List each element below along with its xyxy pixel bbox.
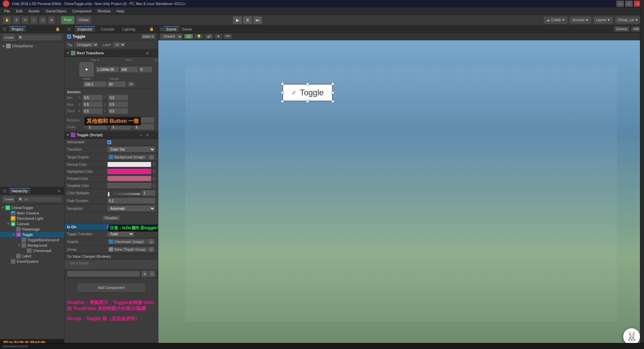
- normal-color-swatch[interactable]: [107, 162, 151, 167]
- posx-input[interactable]: [96, 66, 119, 72]
- toggle-script-options-button[interactable]: ⋯: [151, 132, 156, 138]
- menu-window[interactable]: Window: [95, 8, 113, 14]
- step-button[interactable]: ⏭: [253, 16, 262, 24]
- toggle-script-edit-button[interactable]: ✏: [139, 132, 144, 138]
- pivot-y-input[interactable]: [108, 108, 128, 114]
- hierarchy-item-toggle[interactable]: ▼ ☑ Toggle: [0, 232, 64, 237]
- handle-bl[interactable]: [281, 100, 284, 103]
- toggle-box[interactable]: ✓ Toggle: [282, 84, 333, 101]
- target-graphic-field[interactable]: Background (Image) ⊙: [107, 154, 155, 160]
- tab-lighting[interactable]: Lighting: [120, 26, 138, 32]
- handle-br[interactable]: [331, 100, 334, 103]
- rect-transform-settings-button[interactable]: ⚙: [145, 50, 150, 56]
- project-item-chinardemo[interactable]: ▶ ChinarDemo: [0, 43, 64, 49]
- max-y-input[interactable]: [108, 101, 128, 107]
- account-button[interactable]: Account ▼: [569, 16, 592, 24]
- graphic-select-button[interactable]: ⊙: [149, 239, 154, 244]
- play-button[interactable]: ▶: [233, 16, 242, 24]
- group-select-button[interactable]: ⊙: [149, 247, 154, 252]
- collab-button[interactable]: ☁ Collab ▼: [543, 16, 568, 24]
- tab-hierarchy[interactable]: Hierarchy: [9, 188, 30, 194]
- layer-dropdown[interactable]: UI: [112, 42, 126, 48]
- list-remove-button[interactable]: −: [149, 270, 155, 277]
- min-x-input[interactable]: [83, 95, 103, 101]
- tab-console[interactable]: Console: [98, 26, 117, 32]
- scene-light-button[interactable]: 💡: [195, 34, 203, 39]
- hierarchy-item-background[interactable]: ▼ Background ←: [0, 243, 64, 248]
- maximize-button[interactable]: □: [625, 1, 633, 7]
- target-graphic-select-button[interactable]: ⊙: [149, 155, 154, 159]
- tab-project[interactable]: Project: [9, 26, 26, 32]
- interactable-checkbox[interactable]: [107, 140, 111, 144]
- scene-fx-button[interactable]: ✦: [215, 34, 222, 39]
- normal-color-edit-button[interactable]: ✎: [153, 163, 155, 166]
- handle-rc[interactable]: [331, 91, 334, 94]
- group-field[interactable]: None (Toggle Group) ⊙: [107, 246, 155, 252]
- rect-transform-section-header[interactable]: ▼ Rect Transform ⚙ ⋯: [64, 49, 158, 57]
- graphic-field[interactable]: Checkmark (Image) ⊙: [107, 239, 155, 245]
- scene-audio-button[interactable]: 🔊: [205, 34, 213, 39]
- handle-tl[interactable]: [281, 83, 284, 85]
- transform-rotate-button[interactable]: ↺: [21, 16, 29, 24]
- hierarchy-item-eventsystem[interactable]: EventSystem: [0, 259, 64, 264]
- fade-duration-input[interactable]: [107, 198, 155, 204]
- project-create-button[interactable]: Create: [2, 34, 16, 42]
- hierarchy-item-rawimage[interactable]: RawImage: [0, 227, 64, 232]
- toggle-script-section-header[interactable]: ▼ Toggle (Script) ✏ ⚙ ⋯: [64, 131, 158, 139]
- transition-dropdown[interactable]: Color Tint: [107, 146, 155, 152]
- toggle-transition-dropdown[interactable]: Fade: [107, 231, 134, 237]
- disabled-color-edit-button[interactable]: ✎: [153, 184, 155, 188]
- pause-button[interactable]: ⏸: [243, 16, 252, 24]
- menu-component[interactable]: Component: [69, 8, 94, 14]
- gameobject-active-checkbox[interactable]: [67, 35, 71, 39]
- tab-scene[interactable]: Scene: [163, 26, 179, 32]
- reset-button[interactable]: R: [128, 82, 135, 87]
- pivot-button[interactable]: Pivot: [61, 16, 74, 24]
- minimize-button[interactable]: —: [616, 1, 624, 7]
- menu-help[interactable]: Help: [114, 8, 127, 14]
- add-component-button[interactable]: Add Component: [77, 284, 145, 292]
- color-multiplier-input[interactable]: [142, 190, 155, 196]
- rect-transform-visual[interactable]: [79, 62, 94, 77]
- hierarchy-options-button[interactable]: ≡: [57, 189, 61, 193]
- width-input[interactable]: [83, 81, 107, 87]
- scene-view[interactable]: ✓ Toggle ✳ 🐰: [158, 40, 644, 349]
- min-y-input[interactable]: [108, 95, 128, 101]
- transform-hand-button[interactable]: ✋: [3, 16, 11, 24]
- menu-edit[interactable]: Edit: [13, 8, 25, 14]
- tag-dropdown[interactable]: Untagged: [74, 42, 99, 48]
- navigation-dropdown[interactable]: Automatic: [107, 205, 155, 211]
- hierarchy-item-canvas[interactable]: ▼ ▦ Canvas: [0, 221, 64, 227]
- handle-tr[interactable]: [331, 83, 334, 85]
- hierarchy-create-button[interactable]: Create: [2, 195, 16, 203]
- posz-input[interactable]: [139, 66, 152, 72]
- disabled-color-swatch[interactable]: [107, 183, 151, 188]
- hierarchy-item-main-camera[interactable]: 📷 Main Camera: [0, 210, 64, 216]
- transform-scale-button[interactable]: ⤢: [30, 16, 38, 24]
- gizmos-button[interactable]: Gizmos: [613, 26, 630, 32]
- highlighted-color-edit-button[interactable]: ✎: [153, 170, 155, 173]
- transform-move-button[interactable]: ✛: [13, 16, 20, 24]
- pivot-x-input[interactable]: [83, 108, 103, 114]
- inspector-lock-button[interactable]: 🔒: [148, 27, 155, 31]
- visualize-button[interactable]: Visualize: [102, 215, 121, 221]
- global-button[interactable]: Global: [76, 16, 92, 24]
- transform-rect-button[interactable]: ▭: [39, 16, 47, 24]
- project-lock-button[interactable]: 🔒: [54, 27, 61, 31]
- scene-camera-button[interactable]: 📷: [223, 34, 232, 39]
- tab-inspector[interactable]: Inspector: [75, 26, 95, 32]
- max-x-input[interactable]: [83, 101, 103, 107]
- 2d-button[interactable]: 2D: [184, 34, 193, 39]
- highlighted-color-swatch[interactable]: [107, 169, 151, 174]
- layout-button[interactable]: Chinar_Lei ▼: [615, 16, 641, 24]
- pressed-color-edit-button[interactable]: ✎: [153, 177, 155, 181]
- shaded-dropdown[interactable]: Shaded: [160, 33, 183, 40]
- hierarchy-item-chinartoggle[interactable]: ▼ ⚙ ChinarToggle: [0, 205, 64, 210]
- hierarchy-item-label[interactable]: Label: [0, 253, 64, 259]
- pressed-color-swatch[interactable]: [107, 176, 151, 181]
- layers-button[interactable]: Layers ▼: [593, 16, 613, 24]
- posy-input[interactable]: [120, 66, 138, 72]
- hierarchy-item-togglebackground[interactable]: ToggleBackGround: [0, 237, 64, 243]
- tab-game[interactable]: Game: [179, 26, 195, 32]
- rect-transform-expand-button[interactable]: ⋯: [151, 50, 156, 56]
